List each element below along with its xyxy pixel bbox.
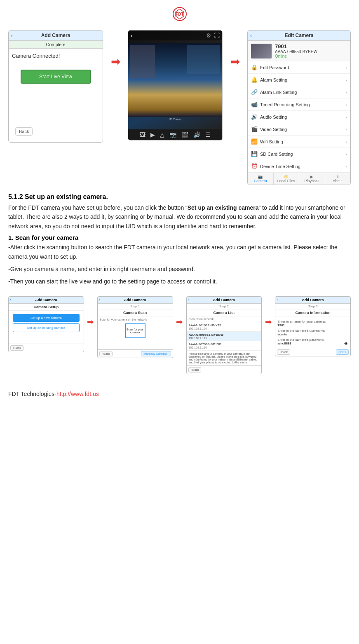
back-button[interactable]: Back (15, 127, 33, 136)
info-back-btn[interactable]: ‹ Back (277, 349, 290, 355)
manually-connect-btn[interactable]: Manually Connect › (141, 351, 171, 356)
list-back-icon: ‹ (188, 298, 189, 302)
camera-live-panel: ‹ ⚙ ⛶ IP Cams 🖼 ▶ △ 📷 🎬 🔊 (128, 30, 223, 141)
alarm-icon: 🔔 (251, 77, 258, 83)
video-icon: 🎬 (181, 131, 188, 138)
chevron-icon-alarm-link: › (345, 90, 347, 95)
name-label: Enter in a name for your camera: (277, 320, 348, 323)
list-footer: ‹ Back (187, 365, 262, 374)
edit-back-icon: ‹ (250, 33, 252, 38)
camera-list-item-2[interactable]: AAAA-099553-BYBEW 192.168.1.111 (187, 332, 262, 341)
setup-back-btn[interactable]: ‹ Back (10, 345, 23, 351)
footer-link[interactable]: http://www.fdt.us (56, 391, 99, 397)
menu-item-time[interactable]: ⏰ Device Time Setting › (248, 160, 350, 173)
arrow-1: ➡ (107, 55, 124, 68)
chevron-icon-video: › (345, 127, 347, 132)
live-view-button[interactable]: Start Live View (21, 70, 91, 84)
cam-id: AAAA-099553-BYBEW (275, 49, 317, 54)
footer-tab-camera[interactable]: 📷 Camera (248, 173, 274, 185)
menu-item-timed-recording[interactable]: 📹 Timed Recording Setting › (248, 98, 350, 111)
top-screenshots-row: ‹ Add Camera Complete Camera Connected! … (8, 30, 351, 185)
cam-view-footer: 🖼 ▶ △ 📷 🎬 🔊 ☰ (128, 129, 222, 140)
edit-menu-list: 🔒 Edit Password › 🔔 Alarm Setting › 🔗 Al… (248, 61, 350, 173)
chevron-icon-wifi: › (345, 139, 347, 144)
scan-header: ‹ Add Camera (98, 297, 173, 304)
bold-text-1: Set up an existing camera (188, 204, 259, 211)
eye-icon[interactable]: 👁 (344, 342, 348, 346)
menu-label-timed-recording: Timed Recording Setting (260, 102, 310, 107)
list-back-btn[interactable]: ‹ Back (188, 367, 202, 372)
scan-back-btn[interactable]: ‹ Back (99, 351, 113, 356)
scan-step: Step 1 (98, 304, 173, 309)
video-setting-icon: 🎬 (251, 126, 258, 132)
setup-subtitle: Camera Setup (9, 304, 84, 311)
camera-list-item-3[interactable]: AAAA-107998-SPJGP 192.168.1.110 (187, 341, 262, 351)
bottom-arrow-3: ➡ (264, 317, 272, 327)
section-512-body: For the FDT camera you have set up befor… (8, 203, 351, 231)
page-header: FDT (8, 4, 351, 25)
audio-icon: 🔊 (193, 131, 200, 138)
menu-label-audio: Audio Setting (260, 115, 287, 119)
camera-list-item-1[interactable]: AAAA-101022-NNYJS 192.168.1.120 (187, 322, 262, 332)
scan-body-3: -Then you can start the live view and go… (8, 277, 351, 286)
info-header: ‹ Add Camera (275, 297, 350, 304)
add-camera-header: ‹ Add Camera (9, 30, 103, 41)
link-icon: 🔗 (251, 89, 258, 95)
info-subtitle: Camera Information (275, 309, 350, 316)
info-next-btn[interactable]: Next › (336, 349, 349, 355)
list-step: Step 2 (187, 304, 262, 309)
scan-body: Scan for your camera on the network Scan… (98, 316, 173, 349)
add-camera-title: Add Camera (41, 33, 70, 38)
camera-feed: ‹ ⚙ ⛶ IP Cams (128, 30, 222, 129)
menu-label-wifi: Wifi Setting (260, 139, 283, 144)
setup-new-btn[interactable]: Set up a new camera (13, 314, 80, 322)
menu-item-video[interactable]: 🎬 Video Setting › (248, 123, 350, 136)
menu-item-alarm[interactable]: 🔔 Alarm Setting › (248, 74, 350, 86)
menu-item-sdcard[interactable]: 💾 SD Card Setting › (248, 148, 350, 160)
list-subtitle: Camera List (187, 309, 262, 316)
more-icon: ☰ (205, 131, 211, 138)
add-camera-panel: ‹ Add Camera Complete Camera Connected! … (8, 30, 103, 143)
cam2-ip: 192.168.1.111 (189, 337, 260, 340)
fps-label: IP Cams (128, 117, 222, 121)
menu-item-password[interactable]: 🔒 Edit Password › (248, 61, 350, 74)
camera-view: ‹ ⚙ ⛶ IP Cams 🖼 ▶ △ 📷 🎬 🔊 (128, 30, 222, 140)
complete-bar: Complete (9, 41, 103, 49)
chevron-icon-sdcard: › (345, 152, 347, 157)
scan-instructions: Scan for your camera on the network (100, 318, 171, 321)
menu-item-wifi[interactable]: 📶 Wifi Setting › (248, 136, 350, 148)
user-value: admin (277, 333, 348, 336)
chevron-icon-alarm: › (345, 77, 347, 82)
setup-existing-btn[interactable]: Set up an existing camera (13, 323, 80, 332)
pass-label: Enter in the camera's password: (277, 338, 348, 342)
fdt-logo-icon: FDT (172, 7, 187, 21)
footer-tab-about[interactable]: ℹ About (325, 173, 351, 185)
cam-view-header: ‹ ⚙ ⛶ (128, 30, 222, 40)
list-body: cameras in network AAAA-101022-NNYJS 192… (187, 316, 262, 365)
body-text-1: For the FDT camera you have set up befor… (8, 204, 188, 211)
setup-title: Add Camera (35, 298, 57, 302)
chevron-icon-time: › (345, 164, 347, 169)
list-title: Add Camera (213, 298, 235, 302)
pass-value: amc8888 (277, 342, 291, 346)
scan-body-1: -After click the scanning button to sear… (8, 243, 351, 261)
scan-body-2: -Give you camera a name, and enter in it… (8, 265, 351, 274)
footer-tab-playback[interactable]: ▶ Playback (299, 173, 325, 185)
scan-btn-label[interactable]: Scan for your camera (126, 328, 145, 334)
cam-thumbnail (251, 44, 272, 59)
arrow-2: ➡ (227, 55, 243, 68)
play-icon: ▶ (150, 131, 155, 138)
menu-label-alarm-link: Alarm Link Setting (260, 90, 297, 95)
complete-label: Complete (46, 42, 65, 47)
setup-panel: ‹ Add Camera Camera Setup Set up a new c… (8, 296, 84, 352)
menu-item-alarm-link[interactable]: 🔗 Alarm Link Setting › (248, 86, 350, 98)
menu-item-audio[interactable]: 🔊 Audio Setting › (248, 111, 350, 123)
info-footer: ‹ Back Next › (275, 348, 350, 356)
pass-row: amc8888 👁 (277, 342, 348, 346)
scan-box: Scan for your camera (125, 323, 145, 338)
edit-cam-info: 7901 AAAA-099553-BYBEW Online (248, 41, 350, 61)
footer-tab-local[interactable]: 📁 Local Files (274, 173, 300, 185)
info-title: Add Camera (302, 298, 324, 302)
setup-header: ‹ Add Camera (9, 297, 84, 304)
camera-icon: 📷 (169, 131, 176, 138)
